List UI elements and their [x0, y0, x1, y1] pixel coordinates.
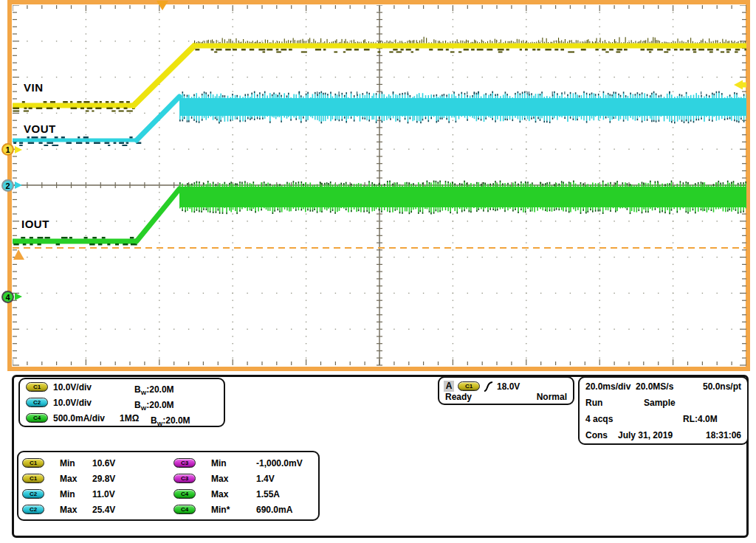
measurements-column-1: C1Min10.6VC1Max29.8VC2Min11.0VC2Max25.4V [22, 458, 170, 520]
trigger-panel[interactable]: A C1 18.0V Ready Normal [438, 376, 574, 405]
acquisition-count: 4 acqs [585, 414, 613, 424]
measurement-row: C4Min*690.0mA [173, 505, 317, 520]
measurement-value: 1.4V [256, 474, 275, 484]
vout-trace-label: VOUT [24, 122, 56, 135]
measurement-channel-badge[interactable]: C2 [22, 489, 44, 499]
channel-row-c4: C4500.0mA/div1MΩBW:20.0M [26, 413, 221, 428]
trigger-source-badge[interactable]: C1 [458, 381, 480, 391]
rising-edge-icon [484, 381, 493, 392]
channel-bandwidth: BW:20.0M [151, 413, 190, 427]
trigger-level-arrow-icon[interactable] [734, 80, 746, 90]
measurement-channel-badge[interactable]: C2 [22, 505, 44, 514]
channel-2-position-marker[interactable]: 2 [1, 179, 14, 192]
measurement-stat: Max [60, 474, 77, 484]
measurement-value: 11.0V [92, 489, 115, 499]
measurement-value: -1,000.0mV [256, 458, 303, 468]
date-value: July 31, 2019 [618, 430, 673, 440]
channel-badge[interactable]: C1 [26, 382, 48, 392]
measurement-stat: Min* [211, 505, 230, 515]
trigger-mode: Normal [537, 392, 567, 402]
trigger-level-value: 18.0V [497, 381, 520, 392]
sample-rate-value: 20.0MS/s [636, 381, 673, 392]
measurement-stat: Max [60, 505, 77, 515]
measurements-panel[interactable]: C1Min10.6VC1Max29.8VC2Min11.0VC2Max25.4V… [17, 451, 320, 521]
channel-badge[interactable]: C4 [26, 413, 48, 423]
channel-row-c2: C210.0V/divBW:20.0M [26, 398, 221, 412]
measurement-channel-badge[interactable]: C1 [22, 458, 44, 468]
measurement-row: C2Min11.0V [22, 489, 170, 505]
measurement-value: 25.4V [92, 505, 115, 515]
measurement-channel-badge[interactable]: C1 [22, 474, 44, 483]
channel-row-c1: C110.0V/divBW:20.0M [26, 382, 221, 397]
channel-badge[interactable]: C2 [26, 398, 48, 407]
measurement-row: C2Max25.4V [22, 505, 170, 520]
trigger-a-badge: A [444, 381, 454, 392]
measurement-channel-badge[interactable]: C3 [173, 474, 196, 483]
record-length: RL:4.0M [683, 414, 718, 424]
measurement-value: 1.55A [256, 489, 280, 499]
resolution-value: 50.0ns/pt [703, 381, 741, 392]
channel-scale: 10.0V/div [53, 382, 92, 392]
measurement-channel-badge[interactable]: C4 [173, 505, 196, 514]
waveform-display[interactable] [7, 0, 750, 371]
measurement-stat: Min [60, 489, 75, 499]
measurement-value: 10.6V [92, 458, 115, 468]
acquisition-panel[interactable]: 20.0ms/div 20.0MS/s 50.0ns/pt Run Sample… [578, 376, 749, 445]
iout-trace-label: IOUT [21, 218, 49, 230]
acquisition-mode: Sample [644, 398, 676, 408]
measurement-stat: Max [211, 474, 228, 484]
measurement-row: C4Max1.55A [173, 489, 317, 505]
measurement-channel-badge[interactable]: C4 [173, 489, 196, 499]
channel-2-arrow-icon [15, 181, 22, 189]
trigger-status: Ready [445, 392, 472, 402]
channel-bandwidth: BW:20.0M [134, 398, 174, 412]
channel-impedance: 1MΩ [120, 413, 139, 423]
channel-settings-panel[interactable]: C110.0V/divBW:20.0MC210.0V/divBW:20.0MC4… [18, 378, 225, 427]
measurement-row: C1Min10.6V [22, 458, 170, 474]
channel-1-arrow-icon [15, 146, 22, 153]
measurements-column-2: C3Min-1,000.0mVC3Max1.4VC4Max1.55AC4Min*… [173, 458, 317, 520]
trigger-position-icon[interactable] [157, 1, 168, 10]
channel-4-arrow-icon [15, 293, 22, 300]
waveform-canvas[interactable] [13, 5, 746, 366]
c4-reference-triangle-icon [13, 249, 24, 260]
timebase-value: 20.0ms/div [585, 381, 630, 392]
channel-4-position-marker[interactable]: 4 [1, 291, 14, 303]
channel-scale: 10.0V/div [53, 398, 92, 408]
measurement-row: C3Max1.4V [173, 474, 317, 489]
measurement-stat: Max [211, 489, 228, 499]
measurement-value: 29.8V [92, 474, 115, 484]
measurement-value: 690.0mA [256, 505, 292, 515]
measurement-stat: Min [211, 458, 227, 468]
vin-trace-label: VIN [24, 81, 44, 94]
measurement-stat: Min [60, 458, 75, 468]
measurement-row: C3Min-1,000.0mV [173, 458, 317, 474]
measurement-row: C1Max29.8V [22, 474, 170, 489]
channel-1-position-marker[interactable]: 1 [1, 143, 14, 156]
run-state: Run [585, 398, 602, 408]
cons-label: Cons [585, 430, 608, 440]
channel-scale: 500.0mA/div [53, 413, 105, 423]
time-value: 18:31:06 [706, 430, 741, 440]
channel-bandwidth: BW:20.0M [134, 382, 174, 396]
measurement-channel-badge[interactable]: C3 [173, 458, 196, 468]
